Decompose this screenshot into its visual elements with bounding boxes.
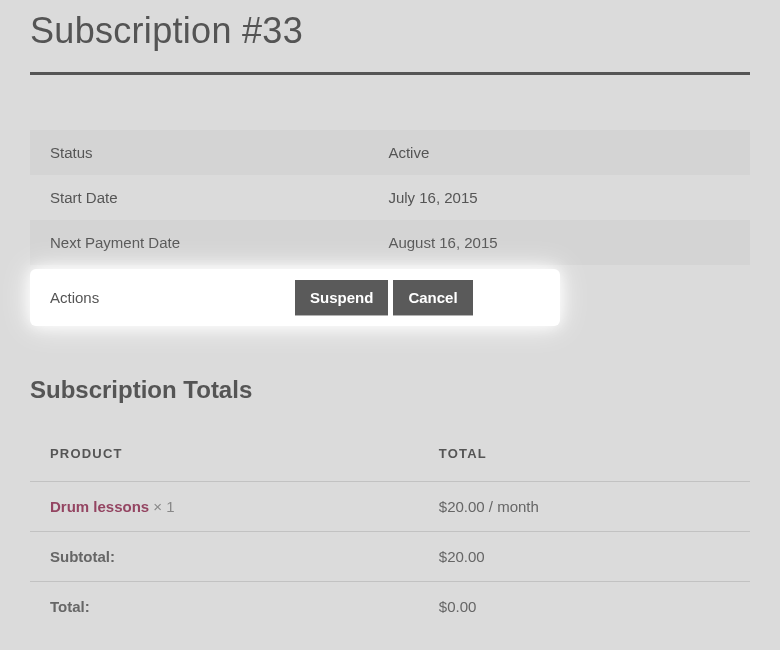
total-column-header: TOTAL bbox=[419, 434, 750, 482]
product-total: $20.00 / month bbox=[419, 482, 750, 532]
subscription-details-table: Status Active Start Date July 16, 2015 N… bbox=[30, 130, 750, 265]
table-row: Next Payment Date August 16, 2015 bbox=[30, 220, 750, 265]
actions-buttons: Suspend Cancel bbox=[279, 279, 473, 316]
title-divider bbox=[30, 72, 750, 75]
suspend-button[interactable]: Suspend bbox=[295, 280, 388, 315]
total-row: Total: $0.00 bbox=[30, 582, 750, 632]
product-quantity: × 1 bbox=[149, 498, 174, 515]
subscription-totals-heading: Subscription Totals bbox=[30, 376, 750, 404]
table-row: Status Active bbox=[30, 130, 750, 175]
product-link[interactable]: Drum lessons bbox=[50, 498, 149, 515]
table-row: Start Date July 16, 2015 bbox=[30, 175, 750, 220]
status-label: Status bbox=[30, 130, 368, 175]
page-title: Subscription #33 bbox=[30, 10, 750, 52]
product-column-header: PRODUCT bbox=[30, 434, 419, 482]
subscription-totals-table: PRODUCT TOTAL Drum lessons × 1 $20.00 / … bbox=[30, 434, 750, 631]
status-value: Active bbox=[368, 130, 750, 175]
total-label: Total: bbox=[30, 582, 419, 632]
subtotal-row: Subtotal: $20.00 bbox=[30, 532, 750, 582]
subtotal-value: $20.00 bbox=[419, 532, 750, 582]
total-value: $0.00 bbox=[419, 582, 750, 632]
cancel-button[interactable]: Cancel bbox=[393, 280, 472, 315]
table-header-row: PRODUCT TOTAL bbox=[30, 434, 750, 482]
actions-label: Actions bbox=[30, 279, 279, 316]
next-payment-label: Next Payment Date bbox=[30, 220, 368, 265]
subtotal-label: Subtotal: bbox=[30, 532, 419, 582]
actions-row: Actions Suspend Cancel bbox=[30, 269, 560, 326]
table-row: Drum lessons × 1 $20.00 / month bbox=[30, 482, 750, 532]
next-payment-value: August 16, 2015 bbox=[368, 220, 750, 265]
start-date-label: Start Date bbox=[30, 175, 368, 220]
start-date-value: July 16, 2015 bbox=[368, 175, 750, 220]
